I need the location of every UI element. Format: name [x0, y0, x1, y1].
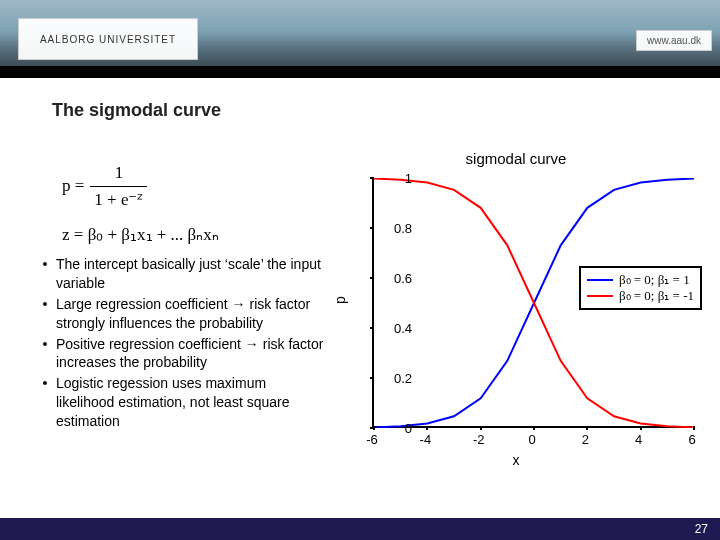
sigmoid-chart: sigmodal curve p β₀ = 0; β₁ = 1 β₀ = 0; … [338, 150, 704, 470]
chart-ylabel: p [332, 296, 348, 304]
bullet-text: The intercept basically just ‘scale’ the… [56, 255, 324, 293]
legend-swatch [587, 279, 613, 281]
chart-ytick: 0.4 [382, 321, 412, 336]
chart-xtick: 6 [688, 432, 695, 447]
chart-xtick: 0 [528, 432, 535, 447]
chart-xtick: -2 [473, 432, 485, 447]
chart-ytick: 0 [382, 421, 412, 436]
chart-legend: β₀ = 0; β₁ = 1 β₀ = 0; β₁ = -1 [579, 266, 702, 310]
logo-text: AALBORG UNIVERSITET [40, 34, 176, 45]
legend-label: β₀ = 0; β₁ = -1 [619, 288, 694, 304]
formula-fraction: 1 1 + e⁻ᶻ [90, 160, 147, 212]
list-item: • Positive regression coefficient → risk… [34, 335, 324, 373]
list-item: • Logistic regession uses maximum likeli… [34, 374, 324, 431]
header-url: www.aau.dk [636, 30, 712, 51]
chart-xtick: -4 [420, 432, 432, 447]
footer-bar: 27 [0, 518, 720, 540]
formula-p-lhs: p = [62, 173, 84, 199]
bullet-icon: • [34, 295, 56, 333]
legend-row: β₀ = 0; β₁ = -1 [587, 288, 694, 304]
slide-title: The sigmodal curve [52, 100, 221, 121]
formula-denominator: 1 + e⁻ᶻ [90, 187, 147, 213]
bullet-icon: • [34, 374, 56, 431]
header-divider [0, 66, 720, 78]
chart-ytick: 0.2 [382, 371, 412, 386]
chart-xtick: -6 [366, 432, 378, 447]
url-text: www.aau.dk [647, 35, 701, 46]
formula-numerator: 1 [90, 160, 147, 187]
list-item: • Large regression coefficient → risk fa… [34, 295, 324, 333]
chart-xtick: 2 [582, 432, 589, 447]
formula-z: z = β₀ + β₁x₁ + ... βₙxₙ [62, 222, 219, 248]
list-item: • The intercept basically just ‘scale’ t… [34, 255, 324, 293]
page-number: 27 [695, 522, 708, 536]
university-logo: AALBORG UNIVERSITET [18, 18, 198, 60]
header-banner[interactable]: AALBORG UNIVERSITET www.aau.dk [0, 0, 720, 78]
bullet-text: Logistic regession uses maximum likeliho… [56, 374, 324, 431]
legend-row: β₀ = 0; β₁ = 1 [587, 272, 694, 288]
chart-ytick: 1 [382, 171, 412, 186]
chart-ytick: 0.8 [382, 221, 412, 236]
legend-label: β₀ = 0; β₁ = 1 [619, 272, 690, 288]
bullet-text: Positive regression coefficient → risk f… [56, 335, 324, 373]
chart-xtick: 4 [635, 432, 642, 447]
legend-swatch [587, 295, 613, 297]
chart-ytick: 0.6 [382, 271, 412, 286]
chart-plot-area: β₀ = 0; β₁ = 1 β₀ = 0; β₁ = -1 [372, 178, 692, 428]
bullet-text: Large regression coefficient → risk fact… [56, 295, 324, 333]
formula-block: p = 1 1 + e⁻ᶻ z = β₀ + β₁x₁ + ... βₙxₙ [62, 160, 219, 248]
bullet-icon: • [34, 335, 56, 373]
chart-title: sigmodal curve [338, 150, 694, 167]
bullet-icon: • [34, 255, 56, 293]
bullet-list: • The intercept basically just ‘scale’ t… [34, 255, 324, 433]
chart-xlabel: x [338, 452, 694, 468]
